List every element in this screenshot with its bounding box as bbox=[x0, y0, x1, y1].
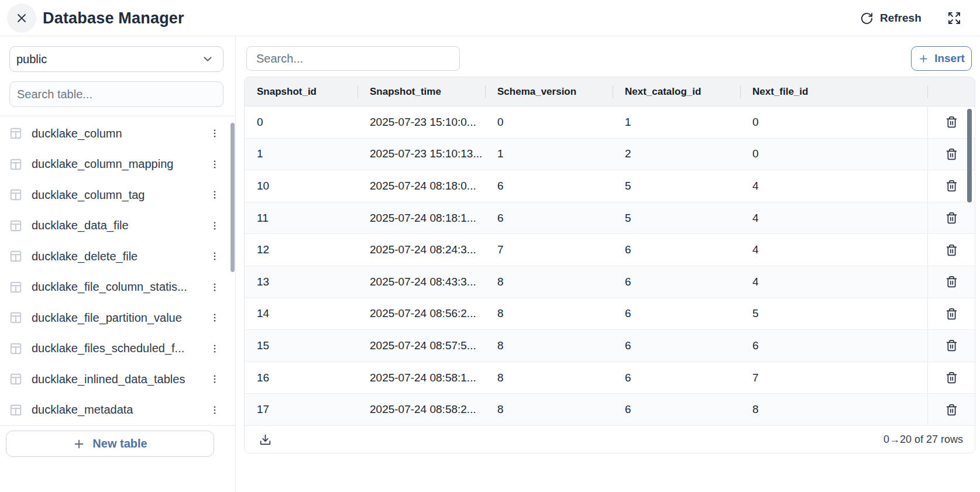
close-button[interactable] bbox=[7, 4, 36, 33]
sidebar-table-item[interactable]: ducklake_column_mapping bbox=[0, 149, 229, 180]
table-row: 10 2025-07-24 08:18:0... 6 5 4 bbox=[245, 170, 975, 202]
kebab-menu-icon bbox=[209, 343, 220, 354]
table-scrollbar[interactable] bbox=[967, 109, 972, 202]
sidebar-table-item[interactable]: ducklake_files_scheduled_f... bbox=[0, 333, 229, 364]
fullscreen-button[interactable] bbox=[943, 7, 965, 29]
table-options-button[interactable] bbox=[206, 341, 223, 356]
kebab-menu-icon bbox=[209, 128, 220, 139]
cell-snapshot-id: 0 bbox=[245, 106, 357, 138]
sidebar-table-item[interactable]: ducklake_data_file bbox=[0, 211, 229, 242]
cell-schema-version: 8 bbox=[485, 362, 613, 394]
cell-next-catalog-id: 6 bbox=[613, 330, 740, 362]
table-options-button[interactable] bbox=[206, 187, 223, 202]
cell-snapshot-time: 2025-07-24 08:18:0... bbox=[357, 170, 485, 202]
delete-row-button[interactable] bbox=[943, 369, 961, 387]
table-icon bbox=[9, 188, 22, 201]
search-input[interactable] bbox=[246, 46, 460, 71]
sidebar-table-item[interactable]: ducklake_file_partition_value bbox=[0, 302, 229, 333]
table-body: 0 2025-07-23 15:10:0... 0 1 0 1 2025-07-… bbox=[245, 106, 975, 426]
kebab-menu-icon bbox=[209, 221, 220, 231]
table-row: 1 2025-07-23 15:10:13... 1 2 0 bbox=[245, 139, 975, 171]
sidebar-table-item[interactable]: ducklake_inlined_data_tables bbox=[0, 364, 229, 395]
delete-row-button[interactable] bbox=[943, 273, 961, 291]
insert-label: Insert bbox=[934, 52, 965, 65]
sidebar-table-name: ducklake_column_mapping bbox=[32, 157, 206, 171]
cell-next-file-id: 0 bbox=[740, 106, 927, 138]
cell-snapshot-id: 17 bbox=[245, 394, 357, 425]
column-header-next-catalog-id[interactable]: Next_catalog_id bbox=[613, 77, 740, 106]
sidebar-table-item[interactable]: ducklake_column_tag bbox=[0, 180, 229, 211]
column-header-snapshot-id[interactable]: Snapshot_id bbox=[245, 77, 357, 106]
delete-row-button[interactable] bbox=[943, 241, 961, 259]
delete-row-button[interactable] bbox=[943, 113, 961, 131]
delete-row-button[interactable] bbox=[943, 305, 961, 323]
kebab-menu-icon bbox=[209, 312, 220, 323]
table-options-button[interactable] bbox=[206, 402, 223, 418]
cell-next-file-id: 7 bbox=[740, 362, 927, 394]
kebab-menu-icon bbox=[209, 282, 220, 293]
trash-icon bbox=[945, 404, 958, 416]
table-row: 14 2025-07-24 08:56:2... 8 6 5 bbox=[245, 298, 975, 331]
insert-button[interactable]: Insert bbox=[911, 46, 972, 71]
fullscreen-icon bbox=[947, 11, 961, 25]
trash-icon bbox=[945, 148, 958, 160]
table-icon bbox=[9, 158, 22, 171]
delete-row-button[interactable] bbox=[943, 336, 961, 355]
cell-snapshot-time: 2025-07-24 08:58:2... bbox=[357, 394, 485, 425]
cell-snapshot-time: 2025-07-24 08:18:1... bbox=[357, 202, 485, 234]
trash-icon bbox=[945, 339, 958, 352]
table-options-button[interactable] bbox=[206, 157, 223, 172]
cell-next-catalog-id: 6 bbox=[613, 362, 740, 394]
table-options-button[interactable] bbox=[206, 249, 223, 264]
table-options-button[interactable] bbox=[206, 280, 223, 295]
delete-row-button[interactable] bbox=[943, 401, 961, 419]
cell-schema-version: 8 bbox=[485, 330, 613, 362]
trash-icon bbox=[945, 212, 958, 224]
table-search-input[interactable] bbox=[9, 81, 223, 107]
delete-row-button[interactable] bbox=[943, 209, 961, 227]
kebab-menu-icon bbox=[209, 190, 220, 200]
table-icon bbox=[9, 342, 22, 355]
table-options-button[interactable] bbox=[206, 126, 223, 141]
refresh-button[interactable]: Refresh bbox=[860, 5, 921, 32]
sidebar-table-name: ducklake_file_partition_value bbox=[32, 311, 206, 325]
sidebar-table-name: ducklake_column bbox=[32, 127, 206, 140]
cell-next-file-id: 8 bbox=[740, 394, 927, 425]
column-header-schema-version[interactable]: Schema_version bbox=[485, 77, 613, 106]
cell-snapshot-time: 2025-07-23 15:10:0... bbox=[357, 106, 485, 138]
cell-snapshot-id: 11 bbox=[245, 202, 357, 234]
new-table-button[interactable]: New table bbox=[6, 431, 214, 457]
schema-selector[interactable]: public bbox=[9, 46, 223, 72]
sidebar-table-item[interactable]: ducklake_column bbox=[0, 118, 229, 149]
kebab-menu-icon bbox=[209, 159, 220, 170]
delete-row-button[interactable] bbox=[943, 177, 961, 195]
cell-next-catalog-id: 5 bbox=[613, 170, 740, 202]
table-row: 0 2025-07-23 15:10:0... 0 1 0 bbox=[245, 106, 975, 139]
kebab-menu-icon bbox=[209, 374, 220, 384]
sidebar-table-item[interactable]: ducklake_metadata bbox=[0, 395, 229, 426]
cell-snapshot-time: 2025-07-24 08:58:1... bbox=[357, 362, 485, 394]
cell-next-catalog-id: 6 bbox=[613, 266, 740, 298]
trash-icon bbox=[945, 180, 958, 192]
cell-next-file-id: 4 bbox=[740, 202, 927, 234]
table-options-button[interactable] bbox=[206, 218, 223, 233]
table-icon bbox=[9, 219, 22, 232]
download-button[interactable] bbox=[257, 432, 273, 448]
table-list: ducklake_column ducklake_column_mapping … bbox=[0, 118, 229, 426]
cell-schema-version: 0 bbox=[485, 106, 613, 138]
cell-next-catalog-id: 1 bbox=[613, 106, 740, 138]
table-options-button[interactable] bbox=[206, 371, 223, 387]
cell-schema-version: 6 bbox=[485, 202, 613, 234]
new-table-label: New table bbox=[92, 437, 147, 450]
column-header-snapshot-time[interactable]: Snapshot_time bbox=[357, 77, 485, 106]
table-row: 12 2025-07-24 08:24:3... 7 6 4 bbox=[245, 234, 975, 266]
sidebar-table-item[interactable]: ducklake_file_column_statis... bbox=[0, 272, 229, 303]
column-header-next-file-id[interactable]: Next_file_id bbox=[740, 77, 927, 106]
table-options-button[interactable] bbox=[206, 310, 223, 325]
chevron-down-icon bbox=[201, 53, 214, 66]
delete-row-button[interactable] bbox=[943, 145, 961, 163]
sidebar-scrollbar[interactable] bbox=[231, 123, 235, 272]
sidebar-table-item[interactable]: ducklake_delete_file bbox=[0, 241, 229, 272]
table-row: 13 2025-07-24 08:43:3... 8 6 4 bbox=[245, 266, 975, 298]
cell-next-file-id: 6 bbox=[740, 330, 927, 362]
